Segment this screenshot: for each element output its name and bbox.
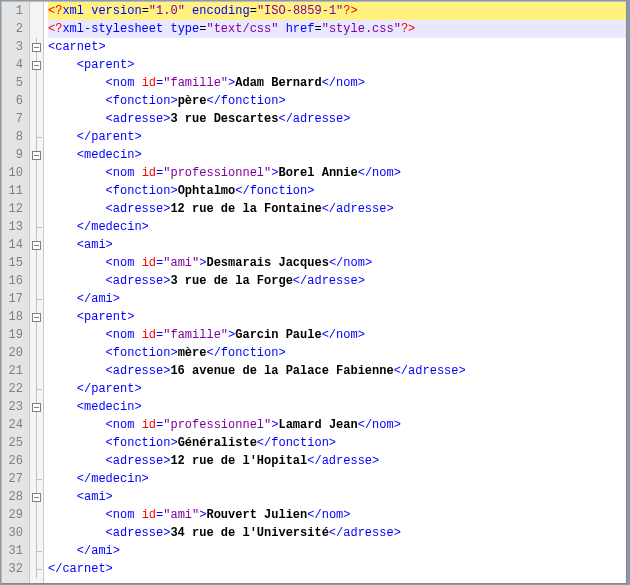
line-number: 16 xyxy=(6,272,23,290)
fold-cell[interactable] xyxy=(30,380,43,398)
line-number: 13 xyxy=(6,218,23,236)
code-line[interactable]: <fonction>Généraliste</fonction> xyxy=(48,434,626,452)
line-number: 3 xyxy=(6,38,23,56)
fold-cell[interactable] xyxy=(30,470,43,488)
code-line[interactable]: <adresse>3 rue de la Forge</adresse> xyxy=(48,272,626,290)
fold-gutter[interactable] xyxy=(30,2,44,583)
code-line[interactable]: <carnet> xyxy=(48,38,626,56)
code-line[interactable]: </parent> xyxy=(48,380,626,398)
code-line[interactable]: <?xml-stylesheet type="text/css" href="s… xyxy=(48,20,626,38)
line-number: 14 xyxy=(6,236,23,254)
code-content[interactable]: <?xml version="1.0" encoding="ISO-8859-1… xyxy=(44,2,626,583)
line-number: 32 xyxy=(6,560,23,578)
code-line[interactable]: <adresse>12 rue de la Fontaine</adresse> xyxy=(48,200,626,218)
fold-toggle-icon[interactable] xyxy=(32,313,41,322)
code-line[interactable]: <fonction>Ophtalmo</fonction> xyxy=(48,182,626,200)
fold-cell[interactable] xyxy=(30,2,43,20)
fold-cell[interactable] xyxy=(30,308,43,326)
line-number: 15 xyxy=(6,254,23,272)
code-line[interactable]: </parent> xyxy=(48,128,626,146)
line-number: 28 xyxy=(6,488,23,506)
fold-toggle-icon[interactable] xyxy=(32,43,41,52)
fold-cell[interactable] xyxy=(30,524,43,542)
code-editor: 1234567891011121314151617181920212223242… xyxy=(1,1,627,584)
fold-cell[interactable] xyxy=(30,254,43,272)
fold-toggle-icon[interactable] xyxy=(32,493,41,502)
line-number: 30 xyxy=(6,524,23,542)
fold-cell[interactable] xyxy=(30,164,43,182)
fold-cell[interactable] xyxy=(30,20,43,38)
fold-cell[interactable] xyxy=(30,398,43,416)
line-number: 31 xyxy=(6,542,23,560)
fold-cell[interactable] xyxy=(30,452,43,470)
code-line[interactable]: <nom id="ami">Desmarais Jacques</nom> xyxy=(48,254,626,272)
code-line[interactable]: <nom id="ami">Rouvert Julien</nom> xyxy=(48,506,626,524)
fold-cell[interactable] xyxy=(30,326,43,344)
line-number: 9 xyxy=(6,146,23,164)
fold-cell[interactable] xyxy=(30,218,43,236)
code-line[interactable]: <adresse>12 rue de l'Hopital</adresse> xyxy=(48,452,626,470)
fold-cell[interactable] xyxy=(30,92,43,110)
code-area: 1234567891011121314151617181920212223242… xyxy=(2,2,626,583)
code-line[interactable]: <adresse>3 rue Descartes</adresse> xyxy=(48,110,626,128)
line-number: 20 xyxy=(6,344,23,362)
code-line[interactable]: <?xml version="1.0" encoding="ISO-8859-1… xyxy=(48,2,626,20)
code-line[interactable]: </carnet> xyxy=(48,560,626,578)
fold-cell[interactable] xyxy=(30,146,43,164)
fold-cell[interactable] xyxy=(30,74,43,92)
fold-cell[interactable] xyxy=(30,38,43,56)
line-number: 12 xyxy=(6,200,23,218)
line-number: 5 xyxy=(6,74,23,92)
code-line[interactable]: <ami> xyxy=(48,488,626,506)
code-line[interactable]: </ami> xyxy=(48,542,626,560)
fold-cell[interactable] xyxy=(30,434,43,452)
fold-cell[interactable] xyxy=(30,56,43,74)
fold-cell[interactable] xyxy=(30,560,43,578)
code-line[interactable]: <medecin> xyxy=(48,146,626,164)
fold-cell[interactable] xyxy=(30,182,43,200)
code-line[interactable]: <parent> xyxy=(48,308,626,326)
line-number: 8 xyxy=(6,128,23,146)
fold-cell[interactable] xyxy=(30,344,43,362)
code-line[interactable]: <nom id="famille">Garcin Paule</nom> xyxy=(48,326,626,344)
fold-toggle-icon[interactable] xyxy=(32,61,41,70)
code-line[interactable]: <medecin> xyxy=(48,398,626,416)
line-number: 18 xyxy=(6,308,23,326)
code-line[interactable]: <fonction>père</fonction> xyxy=(48,92,626,110)
code-line[interactable]: </medecin> xyxy=(48,470,626,488)
fold-toggle-icon[interactable] xyxy=(32,403,41,412)
line-number-gutter[interactable]: 1234567891011121314151617181920212223242… xyxy=(2,2,30,583)
line-number: 2 xyxy=(6,20,23,38)
line-number: 1 xyxy=(6,2,23,20)
code-line[interactable]: <nom id="professionnel">Borel Annie</nom… xyxy=(48,164,626,182)
fold-cell[interactable] xyxy=(30,488,43,506)
line-number: 4 xyxy=(6,56,23,74)
fold-cell[interactable] xyxy=(30,506,43,524)
line-number: 19 xyxy=(6,326,23,344)
line-number: 10 xyxy=(6,164,23,182)
code-line[interactable]: <parent> xyxy=(48,56,626,74)
code-line[interactable]: <fonction>mère</fonction> xyxy=(48,344,626,362)
line-number: 26 xyxy=(6,452,23,470)
code-line[interactable]: </ami> xyxy=(48,290,626,308)
fold-cell[interactable] xyxy=(30,542,43,560)
line-number: 7 xyxy=(6,110,23,128)
fold-toggle-icon[interactable] xyxy=(32,151,41,160)
fold-cell[interactable] xyxy=(30,236,43,254)
code-line[interactable]: <adresse>34 rue de l'Université</adresse… xyxy=(48,524,626,542)
code-line[interactable]: <adresse>16 avenue de la Palace Fabienne… xyxy=(48,362,626,380)
fold-toggle-icon[interactable] xyxy=(32,241,41,250)
fold-cell[interactable] xyxy=(30,200,43,218)
fold-cell[interactable] xyxy=(30,290,43,308)
fold-cell[interactable] xyxy=(30,128,43,146)
fold-cell[interactable] xyxy=(30,272,43,290)
code-line[interactable]: <ami> xyxy=(48,236,626,254)
fold-cell[interactable] xyxy=(30,416,43,434)
line-number: 27 xyxy=(6,470,23,488)
code-line[interactable]: </medecin> xyxy=(48,218,626,236)
code-line[interactable]: <nom id="professionnel">Lamard Jean</nom… xyxy=(48,416,626,434)
line-number: 24 xyxy=(6,416,23,434)
fold-cell[interactable] xyxy=(30,110,43,128)
fold-cell[interactable] xyxy=(30,362,43,380)
code-line[interactable]: <nom id="famille">Adam Bernard</nom> xyxy=(48,74,626,92)
